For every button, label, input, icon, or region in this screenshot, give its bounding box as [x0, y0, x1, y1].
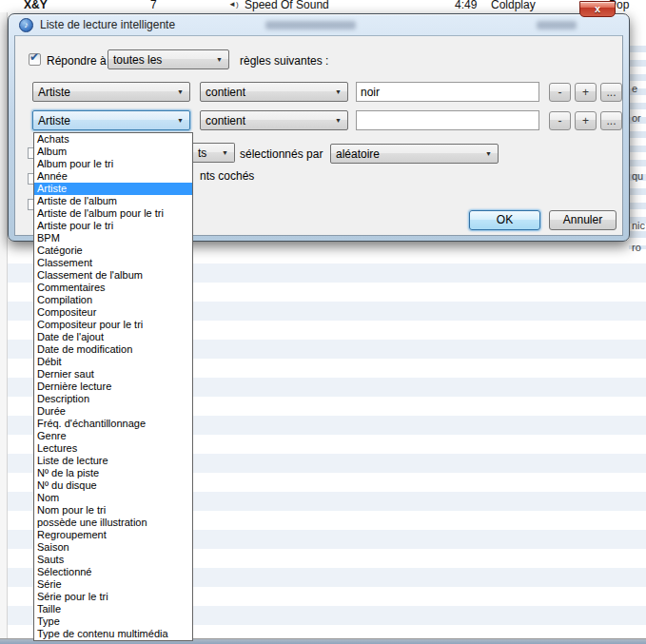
dropdown-list-item[interactable]: Sauts — [34, 554, 192, 566]
chevron-down-icon: ▼ — [329, 117, 342, 124]
match-label-before: Répondre à — [47, 54, 107, 68]
dropdown-list-item[interactable]: Artiste — [34, 183, 192, 195]
limit-unit-combo[interactable]: ts ▼ — [193, 143, 235, 163]
dropdown-list-item[interactable]: Regroupement — [34, 529, 192, 541]
dropdown-list-item[interactable]: Dernier saut — [34, 368, 192, 381]
dropdown-list-item[interactable]: Classement de l'album — [34, 269, 192, 282]
dropdown-list-item[interactable]: Sélectionné — [34, 566, 192, 578]
field-dropdown-list[interactable]: AchatsAlbumAlbum pour le triAnnéeArtiste… — [33, 132, 193, 641]
limit-selected-by-label: sélectionnés par — [240, 147, 323, 161]
dropdown-list-item[interactable]: Série — [34, 578, 192, 591]
dropdown-list-item[interactable]: Artiste pour le tri — [34, 220, 192, 232]
dropdown-list-item[interactable]: possède une illustration — [34, 517, 192, 529]
dialog-title: Liste de lecture intelligente — [40, 18, 175, 31]
rule2-value-input[interactable] — [356, 110, 539, 130]
dropdown-list-item[interactable]: Année — [34, 170, 192, 183]
dropdown-list-item[interactable]: Description — [34, 393, 192, 405]
dropdown-list-item[interactable]: Saison — [34, 541, 192, 554]
dropdown-list-item[interactable]: Dernière lecture — [34, 381, 192, 393]
window-left-edge — [0, 12, 8, 644]
dropdown-list-item[interactable]: Fréq. d'échantillonnage — [34, 418, 192, 430]
rule1-add-button[interactable]: + — [575, 83, 597, 102]
rule2-more-button[interactable]: ... — [600, 111, 622, 130]
dropdown-list-item[interactable]: Nom pour le tri — [34, 504, 192, 517]
dropdown-list-item[interactable]: Album pour le tri — [34, 158, 192, 170]
dropdown-list-item[interactable]: Artiste de l'album — [34, 195, 192, 207]
dropdown-list-item[interactable]: Genre — [34, 430, 192, 442]
genre-text-fragment: ro — [632, 242, 641, 253]
dropdown-list-item[interactable]: Classement — [34, 257, 192, 269]
dropdown-list-item[interactable]: Taille — [34, 603, 192, 615]
chevron-down-icon: ▼ — [480, 150, 492, 157]
dropdown-list-item[interactable]: Album — [34, 146, 192, 158]
dropdown-list-item[interactable]: Compilation — [34, 294, 192, 306]
limit-order-value: aléatoire — [336, 147, 380, 161]
dropdown-list-item[interactable]: Compositeur — [34, 306, 192, 319]
cancel-button[interactable]: Annuler — [549, 210, 617, 230]
dropdown-list-item[interactable]: Liste de lecture — [34, 455, 192, 467]
genre-text-fragment: e — [632, 83, 637, 94]
dropdown-list-item[interactable]: Débit — [34, 356, 192, 368]
itunes-app-icon: ♪ — [19, 18, 33, 32]
song-track-cell: 7 — [150, 0, 157, 12]
match-label-after: règles suivantes : — [240, 54, 328, 68]
rule1-more-button[interactable]: ... — [600, 83, 622, 102]
rule2-field-value: Artiste — [38, 114, 70, 127]
rule1-field-combo[interactable]: Artiste ▼ — [32, 82, 190, 102]
rule1-remove-button[interactable]: - — [549, 83, 571, 102]
background-genre-column: eorqunicro — [629, 38, 646, 249]
chevron-down-icon: ▼ — [329, 88, 342, 95]
ok-button[interactable]: OK — [469, 210, 540, 230]
rule1-operator-value: contient — [206, 86, 245, 99]
chevron-down-icon: ▼ — [171, 88, 184, 95]
glass-reflection — [537, 21, 577, 29]
dropdown-list-item[interactable]: Nom — [34, 492, 192, 504]
rule1-value-input[interactable] — [356, 82, 539, 102]
dropdown-list-item[interactable]: Commentaires — [34, 282, 192, 294]
background-song-row: X&Y 7 ◄) Speed Of Sound 4:49 Coldplay Po… — [0, 0, 646, 12]
dropdown-list-item[interactable]: Série pour le tri — [34, 591, 192, 603]
rule1-operator-combo[interactable]: contient ▼ — [200, 82, 348, 102]
rule2-add-button[interactable]: + — [575, 111, 597, 130]
dropdown-list-item[interactable]: Achats — [34, 133, 192, 146]
rule1-field-value: Artiste — [38, 86, 70, 99]
song-title-cell: Speed Of Sound — [245, 0, 329, 12]
match-rules-checkbox[interactable]: ✔ — [29, 53, 41, 66]
chevron-down-icon: ▼ — [216, 149, 228, 156]
dropdown-list-item[interactable]: Catégorie — [34, 244, 192, 257]
close-icon: x — [595, 3, 600, 14]
rule2-field-combo[interactable]: Artiste ▼ — [32, 110, 190, 130]
dialog-titlebar[interactable]: ♪ Liste de lecture intelligente — [9, 14, 629, 35]
match-mode-combo[interactable]: toutes les ▼ — [108, 49, 229, 69]
rule2-operator-combo[interactable]: contient ▼ — [200, 110, 348, 130]
dropdown-list-item[interactable]: Compositeur pour le tri — [34, 319, 192, 331]
dropdown-list-item[interactable]: Date de modification — [34, 343, 192, 356]
close-button[interactable]: x — [579, 1, 616, 17]
dropdown-list-item[interactable]: Artiste de l'album pour le tri — [34, 207, 192, 220]
genre-text-fragment: or — [632, 112, 641, 124]
dropdown-list-item[interactable]: Type de contenu multimédia — [34, 628, 192, 640]
speaker-icon: ◄) — [228, 0, 239, 12]
dropdown-list-item[interactable]: Type — [34, 615, 192, 628]
limit-unit-value-fragment: ts — [198, 146, 206, 160]
chevron-down-icon: ▼ — [210, 56, 223, 63]
dropdown-list-item[interactable]: Nº du disque — [34, 479, 192, 492]
song-artist-cell: Coldplay — [491, 0, 536, 12]
screen: X&Y 7 ◄) Speed Of Sound 4:49 Coldplay Po… — [0, 0, 646, 644]
dropdown-list-item[interactable]: Nº de la piste — [34, 467, 192, 479]
genre-text-fragment: nic — [632, 220, 645, 231]
genre-text-fragment: qu — [632, 170, 643, 182]
glass-reflection — [265, 21, 356, 29]
rule2-remove-button[interactable]: - — [549, 111, 571, 130]
limit-order-combo[interactable]: aléatoire ▼ — [330, 144, 499, 164]
dropdown-list-item[interactable]: Date de l'ajout — [34, 331, 192, 343]
check-icon: ✔ — [29, 50, 39, 64]
song-duration-cell: 4:49 — [455, 0, 477, 12]
checked-only-label-fragment: nts cochés — [200, 169, 254, 183]
chevron-down-icon: ▼ — [171, 117, 184, 124]
dropdown-list-item[interactable]: BPM — [34, 232, 192, 244]
rule2-operator-value: contient — [206, 114, 245, 127]
dropdown-list-item[interactable]: Lectures — [34, 442, 192, 455]
match-mode-combo-value: toutes les — [113, 53, 162, 67]
dropdown-list-item[interactable]: Durée — [34, 405, 192, 418]
